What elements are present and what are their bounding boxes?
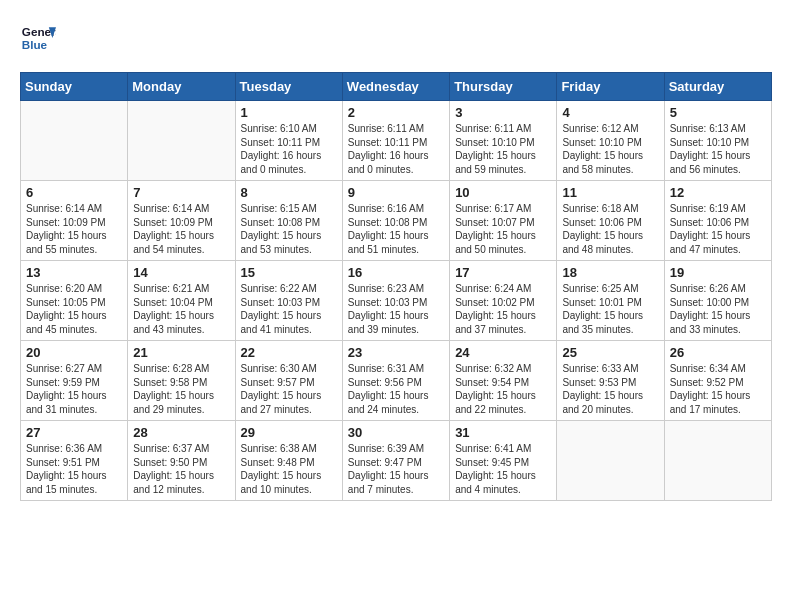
calendar-cell: 21Sunrise: 6:28 AM Sunset: 9:58 PM Dayli… [128,341,235,421]
day-number: 31 [455,425,551,440]
day-number: 9 [348,185,444,200]
day-number: 28 [133,425,229,440]
cell-content: Sunrise: 6:11 AM Sunset: 10:10 PM Daylig… [455,122,551,176]
day-number: 3 [455,105,551,120]
calendar-cell: 27Sunrise: 6:36 AM Sunset: 9:51 PM Dayli… [21,421,128,501]
cell-content: Sunrise: 6:28 AM Sunset: 9:58 PM Dayligh… [133,362,229,416]
calendar-cell: 7Sunrise: 6:14 AM Sunset: 10:09 PM Dayli… [128,181,235,261]
day-number: 20 [26,345,122,360]
cell-content: Sunrise: 6:14 AM Sunset: 10:09 PM Daylig… [26,202,122,256]
logo-icon: General Blue [20,20,56,56]
day-number: 24 [455,345,551,360]
calendar-week-3: 20Sunrise: 6:27 AM Sunset: 9:59 PM Dayli… [21,341,772,421]
calendar-cell: 25Sunrise: 6:33 AM Sunset: 9:53 PM Dayli… [557,341,664,421]
day-number: 25 [562,345,658,360]
header-tuesday: Tuesday [235,73,342,101]
cell-content: Sunrise: 6:23 AM Sunset: 10:03 PM Daylig… [348,282,444,336]
calendar-cell: 10Sunrise: 6:17 AM Sunset: 10:07 PM Dayl… [450,181,557,261]
day-number: 6 [26,185,122,200]
calendar-cell: 24Sunrise: 6:32 AM Sunset: 9:54 PM Dayli… [450,341,557,421]
day-number: 10 [455,185,551,200]
day-number: 29 [241,425,337,440]
calendar-cell: 20Sunrise: 6:27 AM Sunset: 9:59 PM Dayli… [21,341,128,421]
cell-content: Sunrise: 6:15 AM Sunset: 10:08 PM Daylig… [241,202,337,256]
cell-content: Sunrise: 6:24 AM Sunset: 10:02 PM Daylig… [455,282,551,336]
calendar-cell: 28Sunrise: 6:37 AM Sunset: 9:50 PM Dayli… [128,421,235,501]
page-header: General Blue [20,20,772,56]
cell-content: Sunrise: 6:14 AM Sunset: 10:09 PM Daylig… [133,202,229,256]
cell-content: Sunrise: 6:22 AM Sunset: 10:03 PM Daylig… [241,282,337,336]
calendar-cell [21,101,128,181]
calendar-cell: 4Sunrise: 6:12 AM Sunset: 10:10 PM Dayli… [557,101,664,181]
day-number: 5 [670,105,766,120]
calendar-week-4: 27Sunrise: 6:36 AM Sunset: 9:51 PM Dayli… [21,421,772,501]
day-number: 16 [348,265,444,280]
cell-content: Sunrise: 6:36 AM Sunset: 9:51 PM Dayligh… [26,442,122,496]
cell-content: Sunrise: 6:33 AM Sunset: 9:53 PM Dayligh… [562,362,658,416]
cell-content: Sunrise: 6:17 AM Sunset: 10:07 PM Daylig… [455,202,551,256]
cell-content: Sunrise: 6:37 AM Sunset: 9:50 PM Dayligh… [133,442,229,496]
calendar-cell: 1Sunrise: 6:10 AM Sunset: 10:11 PM Dayli… [235,101,342,181]
calendar-cell: 3Sunrise: 6:11 AM Sunset: 10:10 PM Dayli… [450,101,557,181]
calendar-cell: 13Sunrise: 6:20 AM Sunset: 10:05 PM Dayl… [21,261,128,341]
calendar-cell: 17Sunrise: 6:24 AM Sunset: 10:02 PM Dayl… [450,261,557,341]
calendar-cell [557,421,664,501]
cell-content: Sunrise: 6:26 AM Sunset: 10:00 PM Daylig… [670,282,766,336]
calendar-cell [128,101,235,181]
day-number: 22 [241,345,337,360]
calendar-cell: 11Sunrise: 6:18 AM Sunset: 10:06 PM Dayl… [557,181,664,261]
calendar-cell: 9Sunrise: 6:16 AM Sunset: 10:08 PM Dayli… [342,181,449,261]
day-number: 18 [562,265,658,280]
calendar-table: SundayMondayTuesdayWednesdayThursdayFrid… [20,72,772,501]
day-number: 12 [670,185,766,200]
calendar-cell: 5Sunrise: 6:13 AM Sunset: 10:10 PM Dayli… [664,101,771,181]
calendar-cell: 19Sunrise: 6:26 AM Sunset: 10:00 PM Dayl… [664,261,771,341]
cell-content: Sunrise: 6:18 AM Sunset: 10:06 PM Daylig… [562,202,658,256]
calendar-week-1: 6Sunrise: 6:14 AM Sunset: 10:09 PM Dayli… [21,181,772,261]
day-number: 15 [241,265,337,280]
cell-content: Sunrise: 6:27 AM Sunset: 9:59 PM Dayligh… [26,362,122,416]
cell-content: Sunrise: 6:32 AM Sunset: 9:54 PM Dayligh… [455,362,551,416]
calendar-cell: 15Sunrise: 6:22 AM Sunset: 10:03 PM Dayl… [235,261,342,341]
calendar-cell: 31Sunrise: 6:41 AM Sunset: 9:45 PM Dayli… [450,421,557,501]
svg-text:Blue: Blue [22,38,48,51]
calendar-cell: 8Sunrise: 6:15 AM Sunset: 10:08 PM Dayli… [235,181,342,261]
cell-content: Sunrise: 6:30 AM Sunset: 9:57 PM Dayligh… [241,362,337,416]
cell-content: Sunrise: 6:39 AM Sunset: 9:47 PM Dayligh… [348,442,444,496]
day-number: 23 [348,345,444,360]
calendar-week-0: 1Sunrise: 6:10 AM Sunset: 10:11 PM Dayli… [21,101,772,181]
calendar-cell: 12Sunrise: 6:19 AM Sunset: 10:06 PM Dayl… [664,181,771,261]
calendar-cell: 26Sunrise: 6:34 AM Sunset: 9:52 PM Dayli… [664,341,771,421]
day-number: 30 [348,425,444,440]
cell-content: Sunrise: 6:16 AM Sunset: 10:08 PM Daylig… [348,202,444,256]
day-number: 11 [562,185,658,200]
calendar-cell: 6Sunrise: 6:14 AM Sunset: 10:09 PM Dayli… [21,181,128,261]
header-friday: Friday [557,73,664,101]
cell-content: Sunrise: 6:25 AM Sunset: 10:01 PM Daylig… [562,282,658,336]
cell-content: Sunrise: 6:19 AM Sunset: 10:06 PM Daylig… [670,202,766,256]
day-number: 14 [133,265,229,280]
day-number: 17 [455,265,551,280]
day-number: 2 [348,105,444,120]
calendar-cell: 16Sunrise: 6:23 AM Sunset: 10:03 PM Dayl… [342,261,449,341]
day-number: 4 [562,105,658,120]
calendar-cell: 29Sunrise: 6:38 AM Sunset: 9:48 PM Dayli… [235,421,342,501]
calendar-cell: 22Sunrise: 6:30 AM Sunset: 9:57 PM Dayli… [235,341,342,421]
calendar-cell: 14Sunrise: 6:21 AM Sunset: 10:04 PM Dayl… [128,261,235,341]
header-thursday: Thursday [450,73,557,101]
day-number: 21 [133,345,229,360]
day-number: 7 [133,185,229,200]
cell-content: Sunrise: 6:41 AM Sunset: 9:45 PM Dayligh… [455,442,551,496]
day-number: 26 [670,345,766,360]
cell-content: Sunrise: 6:13 AM Sunset: 10:10 PM Daylig… [670,122,766,176]
cell-content: Sunrise: 6:10 AM Sunset: 10:11 PM Daylig… [241,122,337,176]
cell-content: Sunrise: 6:31 AM Sunset: 9:56 PM Dayligh… [348,362,444,416]
calendar-week-2: 13Sunrise: 6:20 AM Sunset: 10:05 PM Dayl… [21,261,772,341]
header-saturday: Saturday [664,73,771,101]
header-sunday: Sunday [21,73,128,101]
calendar-cell: 2Sunrise: 6:11 AM Sunset: 10:11 PM Dayli… [342,101,449,181]
cell-content: Sunrise: 6:20 AM Sunset: 10:05 PM Daylig… [26,282,122,336]
day-number: 8 [241,185,337,200]
calendar-cell [664,421,771,501]
calendar-cell: 18Sunrise: 6:25 AM Sunset: 10:01 PM Dayl… [557,261,664,341]
